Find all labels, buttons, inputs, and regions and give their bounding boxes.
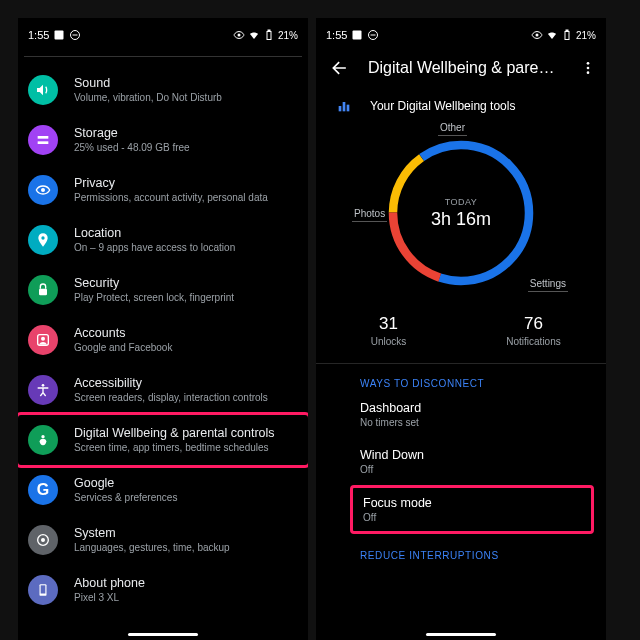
row-title: Digital Wellbeing & parental controls (74, 426, 294, 440)
opt-sub: No timers set (360, 417, 596, 428)
stat-notifications[interactable]: 76 Notifications (461, 314, 606, 347)
storage-icon (28, 125, 58, 155)
category-reduce: Reduce interruptions (316, 534, 606, 563)
svg-rect-18 (353, 31, 362, 40)
location-icon (28, 225, 58, 255)
settings-row-security[interactable]: SecurityPlay Protect, screen lock, finge… (18, 265, 308, 315)
page-title: Digital Wellbeing & parental c… (368, 59, 562, 77)
opt-sub: Off (363, 512, 581, 523)
opt-title: Wind Down (360, 448, 596, 462)
svg-rect-21 (565, 32, 569, 40)
opt-title: Focus mode (363, 496, 581, 510)
google-icon: G (28, 475, 58, 505)
back-icon[interactable] (330, 58, 350, 78)
svg-point-11 (41, 337, 45, 341)
stats-row: 31 Unlocks 76 Notifications (316, 300, 606, 363)
row-title: Location (74, 226, 294, 240)
highlight-box: Digital Wellbeing & parental controlsScr… (18, 412, 308, 468)
stat-number: 76 (461, 314, 606, 334)
privacy-icon (28, 175, 58, 205)
settings-row-storage[interactable]: Storage25% used - 48.09 GB free (18, 115, 308, 165)
option-focusmode[interactable]: Focus mode Off (353, 488, 591, 531)
row-sub: 25% used - 48.09 GB free (74, 142, 294, 155)
settings-row-accounts[interactable]: AccountsGoogle and Facebook (18, 315, 308, 365)
svg-point-8 (41, 236, 44, 239)
app-header: Digital Wellbeing & parental c… (316, 42, 606, 88)
status-bar: 1:55 21% (18, 18, 308, 42)
svg-rect-22 (566, 30, 568, 32)
row-title: About phone (74, 576, 294, 590)
row-title: Sound (74, 76, 294, 90)
battery-pct: 21% (576, 30, 596, 41)
settings-row-accessibility[interactable]: AccessibilityScreen readers, display, in… (18, 365, 308, 415)
settings-row-system[interactable]: SystemLanguages, gestures, time, backup (18, 515, 308, 565)
bar-chart-icon (336, 98, 352, 114)
usage-donut[interactable]: TODAY 3h 16m Other Photos Settings (376, 128, 546, 298)
svg-rect-5 (38, 136, 49, 139)
svg-rect-0 (55, 31, 64, 40)
eye-icon (531, 29, 543, 41)
svg-rect-27 (343, 102, 346, 111)
stat-number: 31 (316, 314, 461, 334)
clock: 1:55 (326, 29, 347, 41)
row-title: Security (74, 276, 294, 290)
row-title: Privacy (74, 176, 294, 190)
opt-sub: Off (360, 464, 596, 475)
settings-row-location[interactable]: LocationOn – 9 apps have access to locat… (18, 215, 308, 265)
row-sub: Languages, gestures, time, backup (74, 542, 294, 555)
settings-row-google[interactable]: G GoogleServices & preferences (18, 465, 308, 515)
battery-icon (561, 29, 573, 41)
divider (24, 56, 302, 57)
seg-other: Other (438, 122, 467, 136)
svg-point-24 (587, 67, 590, 70)
svg-point-2 (237, 34, 240, 37)
settings-row-privacy[interactable]: PrivacyPermissions, account activity, pe… (18, 165, 308, 215)
settings-row-about[interactable]: About phonePixel 3 XL (18, 565, 308, 615)
wellbeing-icon (28, 425, 58, 455)
settings-row-sound[interactable]: SoundVolume, vibration, Do Not Disturb (18, 65, 308, 115)
seg-photos: Photos (352, 208, 387, 222)
tools-label: Your Digital Wellbeing tools (370, 99, 515, 113)
svg-point-7 (41, 188, 45, 192)
option-winddown[interactable]: Wind Down Off (316, 438, 606, 485)
today-label: TODAY (445, 197, 478, 207)
row-sub: Screen time, app timers, bedtime schedul… (74, 442, 294, 455)
eye-icon (233, 29, 245, 41)
settings-row-wellbeing[interactable]: Digital Wellbeing & parental controlsScr… (18, 415, 308, 465)
overflow-icon[interactable] (580, 60, 596, 76)
stat-unlocks[interactable]: 31 Unlocks (316, 314, 461, 347)
row-title: System (74, 526, 294, 540)
option-dashboard[interactable]: Dashboard No timers set (316, 391, 606, 438)
nav-handle[interactable] (128, 633, 198, 636)
image-icon (351, 29, 363, 41)
wifi-icon (248, 29, 260, 41)
row-title: Accessibility (74, 376, 294, 390)
battery-icon (263, 29, 275, 41)
donut-center: TODAY 3h 16m (376, 128, 546, 298)
accounts-icon (28, 325, 58, 355)
row-sub: Play Protect, screen lock, fingerprint (74, 292, 294, 305)
svg-rect-17 (41, 585, 46, 593)
image-icon (53, 29, 65, 41)
nav-handle[interactable] (426, 633, 496, 636)
security-icon (28, 275, 58, 305)
status-bar: 1:55 21% (316, 18, 606, 42)
settings-screen: 1:55 21% SoundVolume, vibration, Do Not … (18, 18, 308, 640)
svg-rect-3 (267, 32, 271, 40)
accessibility-icon (28, 375, 58, 405)
svg-rect-9 (39, 289, 47, 296)
about-icon (28, 575, 58, 605)
today-value: 3h 16m (431, 209, 491, 230)
svg-rect-26 (339, 106, 342, 111)
dnd-icon (367, 29, 379, 41)
opt-title: Dashboard (360, 401, 596, 415)
wellbeing-screen: 1:55 21% Digital Wellbeing & parental c…… (316, 18, 606, 640)
dnd-icon (69, 29, 81, 41)
highlight-box: Focus mode Off (350, 485, 594, 534)
seg-settings: Settings (528, 278, 568, 292)
battery-pct: 21% (278, 30, 298, 41)
row-sub: Screen readers, display, interaction con… (74, 392, 294, 405)
stat-label: Notifications (461, 336, 606, 347)
row-title: Accounts (74, 326, 294, 340)
svg-rect-6 (38, 141, 49, 144)
